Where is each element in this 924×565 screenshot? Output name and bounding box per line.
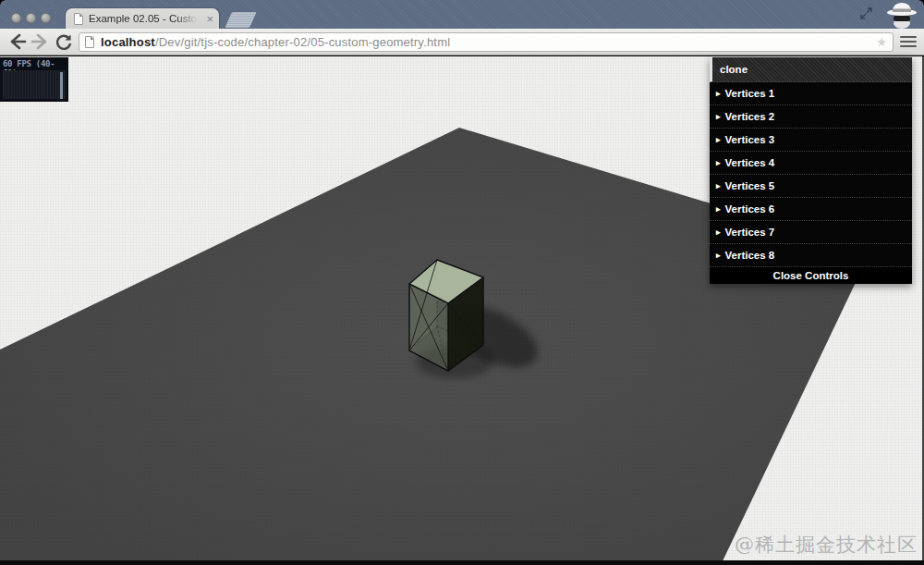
zoom-window-button[interactable] [41, 13, 51, 23]
menu-icon[interactable] [900, 36, 917, 48]
gui-folder-row[interactable]: ▸ Vertices 2 [710, 105, 912, 129]
page-icon [74, 13, 83, 25]
close-controls-label: Close Controls [773, 270, 849, 281]
chevron-right-icon: ▸ [716, 158, 721, 167]
titlebar: Example 02.05 - Custom × [0, 0, 924, 29]
gui-folder-label: Vertices 5 [725, 180, 775, 191]
expand-icon[interactable] [860, 7, 872, 19]
chevron-right-icon: ▸ [716, 89, 721, 98]
gui-folder-row[interactable]: ▸ Vertices 1 [710, 82, 912, 105]
clone-button-label: clone [720, 64, 748, 75]
gui-folder-label: Vertices 7 [725, 227, 775, 238]
gui-folder-row[interactable]: ▸ Vertices 5 [710, 175, 912, 198]
url-path: /Dev/git/tjs-code/chapter-02/05-custom-g… [155, 35, 450, 49]
url-host: localhost [101, 35, 155, 49]
tab-title: Example 02.05 - Custom [89, 13, 198, 24]
chevron-right-icon: ▸ [716, 204, 721, 214]
tab-close-icon[interactable]: × [206, 13, 213, 25]
gui-folder-label: Vertices 1 [725, 88, 775, 99]
url-input[interactable]: localhost/Dev/git/tjs-code/chapter-02/05… [79, 32, 894, 52]
watermark-text: @稀土掘金技术社区 [735, 532, 918, 558]
chevron-right-icon: ▸ [716, 251, 721, 260]
clone-button[interactable]: clone [710, 57, 912, 82]
page-content: 60 FPS (40-60) clone ▸ Vertices 1 ▸ [0, 56, 924, 565]
dat-gui-panel: clone ▸ Vertices 1 ▸ Vertices 2 ▸ [710, 57, 912, 284]
url-text: localhost/Dev/git/tjs-code/chapter-02/05… [101, 35, 450, 49]
fps-stats-panel[interactable]: 60 FPS (40-60) [0, 57, 68, 102]
minimize-window-button[interactable] [26, 13, 36, 23]
back-button[interactable] [6, 31, 27, 52]
close-window-button[interactable] [11, 13, 21, 23]
gui-folder-row[interactable]: ▸ Vertices 3 [710, 129, 912, 152]
window-bottom-bar [0, 560, 924, 565]
chevron-right-icon: ▸ [716, 181, 721, 190]
tab-example[interactable]: Example 02.05 - Custom × [65, 7, 220, 29]
gui-folder-row[interactable]: ▸ Vertices 6 [710, 198, 912, 221]
site-page-icon [85, 36, 94, 48]
fps-graph [3, 70, 66, 99]
forward-button[interactable] [30, 31, 51, 52]
chevron-right-icon: ▸ [716, 227, 721, 237]
toolbar: localhost/Dev/git/tjs-code/chapter-02/05… [0, 29, 924, 55]
gui-folder-label: Vertices 2 [725, 111, 775, 122]
gui-folder-row[interactable]: ▸ Vertices 7 [710, 221, 912, 244]
close-controls-button[interactable]: Close Controls [710, 267, 912, 284]
reload-button[interactable] [54, 31, 74, 52]
bookmark-star-icon[interactable]: ★ [876, 35, 887, 49]
gui-folder-label: Vertices 8 [725, 250, 775, 261]
browser-window: Example 02.05 - Custom × localhos [0, 0, 924, 565]
gui-folder-label: Vertices 3 [725, 134, 775, 145]
fps-graph-bar [60, 72, 63, 99]
gui-folder-label: Vertices 6 [725, 203, 775, 215]
new-tab-button[interactable] [225, 12, 257, 28]
gui-folder-row[interactable]: ▸ Vertices 4 [710, 152, 912, 175]
gui-folder-label: Vertices 4 [725, 157, 775, 168]
gui-folder-list: ▸ Vertices 1 ▸ Vertices 2 ▸ Vertices 3 [710, 82, 912, 267]
incognito-icon [885, 1, 918, 29]
chevron-right-icon: ▸ [716, 112, 721, 121]
gui-folder-row[interactable]: ▸ Vertices 8 [710, 244, 912, 267]
chevron-right-icon: ▸ [716, 135, 721, 144]
